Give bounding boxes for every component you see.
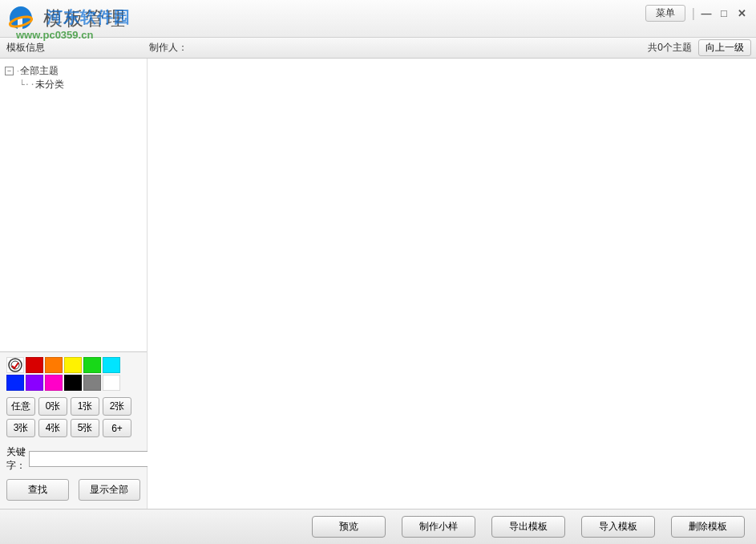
bottom-toolbar: 预览 制作小样 导出模板 导入模板 删除模板 — [0, 509, 756, 544]
sidebar: − · 全部主题 └·· 未分类 — [0, 59, 148, 509]
search-button[interactable]: 查找 — [6, 479, 69, 501]
make-sample-button[interactable]: 制作小样 — [402, 516, 475, 538]
show-all-button[interactable]: 显示全部 — [79, 479, 141, 501]
color-swatch-magenta[interactable] — [45, 375, 63, 391]
color-swatch-orange[interactable] — [45, 357, 63, 373]
tree-child-label: 未分类 — [35, 78, 64, 91]
tree-collapse-icon[interactable]: − — [5, 67, 14, 75]
import-template-button[interactable]: 导入模板 — [581, 516, 655, 538]
color-swatch-yellow[interactable] — [64, 357, 82, 373]
color-swatch-empty — [122, 357, 139, 373]
author-label: 制作人： — [149, 41, 188, 55]
menu-button[interactable]: 菜单 — [645, 5, 685, 22]
minimize-button[interactable]: — — [698, 7, 714, 20]
export-template-button[interactable]: 导出模板 — [491, 516, 565, 538]
color-swatch-purple[interactable] — [26, 375, 43, 391]
keyword-input[interactable] — [29, 451, 157, 467]
window-title: 模板管理 — [43, 6, 127, 31]
tree-connector: └·· — [19, 79, 35, 90]
titlebar: 模板管理 河东软件园 www.pc0359.cn 菜单 | — □ ✕ — [0, 0, 756, 38]
count-5-button[interactable]: 5张 — [71, 419, 99, 437]
color-swatches — [6, 357, 140, 391]
color-swatch-gray[interactable] — [83, 375, 101, 391]
delete-template-button[interactable]: 删除模板 — [671, 516, 745, 538]
filter-panel: 任意 0张 1张 2张 3张 4张 5张 6+ 关键字： 查找 显示全部 — [0, 351, 147, 509]
color-swatch-red[interactable] — [26, 357, 43, 373]
keyword-row: 关键字： — [6, 445, 140, 473]
tree-child-row[interactable]: └·· 未分类 — [19, 78, 142, 91]
color-swatch-green[interactable] — [83, 357, 101, 373]
category-tree: − · 全部主题 └·· 未分类 — [0, 59, 147, 351]
count-6plus-button[interactable]: 6+ — [103, 419, 131, 437]
up-level-button[interactable]: 向上一级 — [698, 39, 751, 56]
tree-root-row[interactable]: − · 全部主题 — [5, 63, 142, 78]
template-content-area — [148, 59, 756, 509]
info-bar: 模板信息 制作人： 共0个主题 向上一级 — [0, 38, 756, 59]
color-swatch-blue[interactable] — [6, 375, 24, 391]
template-info-label: 模板信息 — [6, 41, 45, 55]
main-area: − · 全部主题 └·· 未分类 — [0, 59, 756, 509]
color-swatch-cyan[interactable] — [103, 357, 120, 373]
theme-count-label: 共0个主题 — [648, 41, 692, 55]
count-filter-group: 任意 0张 1张 2张 3张 4张 5张 6+ — [6, 397, 140, 437]
count-4-button[interactable]: 4张 — [38, 419, 67, 437]
color-swatch-white[interactable] — [103, 375, 120, 391]
close-button[interactable]: ✕ — [734, 7, 750, 20]
filter-actions: 查找 显示全部 — [6, 479, 140, 501]
color-swatch-black[interactable] — [64, 375, 82, 391]
svg-point-1 — [9, 359, 22, 371]
count-3-button[interactable]: 3张 — [6, 419, 35, 437]
window-controls: 菜单 | — □ ✕ — [645, 5, 750, 22]
preview-button[interactable]: 预览 — [312, 516, 386, 538]
count-1-button[interactable]: 1张 — [71, 397, 99, 416]
count-2-button[interactable]: 2张 — [103, 397, 131, 416]
tree-root-label: 全部主题 — [20, 64, 59, 78]
separator: | — [692, 6, 695, 21]
count-0-button[interactable]: 0张 — [38, 397, 67, 416]
count-any-button[interactable]: 任意 — [6, 397, 35, 416]
app-logo-icon — [6, 4, 35, 33]
maximize-button[interactable]: □ — [716, 7, 732, 20]
color-any-icon[interactable] — [6, 357, 24, 373]
keyword-label: 关键字： — [6, 445, 26, 473]
